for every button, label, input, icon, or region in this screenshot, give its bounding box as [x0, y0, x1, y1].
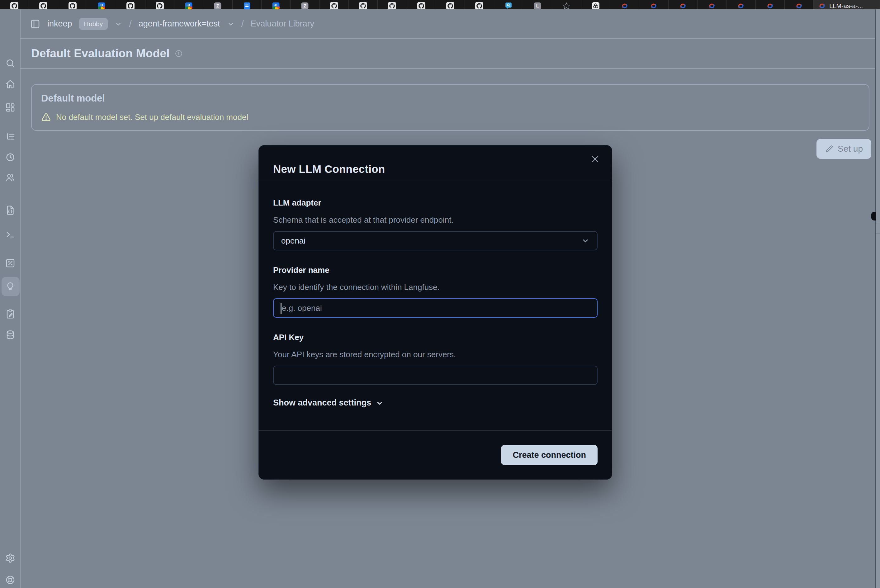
info-icon[interactable]	[175, 50, 183, 58]
llm-adapter-label: LLM adapter	[273, 198, 598, 208]
sidebar-rail	[0, 9, 21, 588]
chevron-down-icon[interactable]	[115, 20, 122, 28]
browser-tab-github[interactable]	[349, 0, 378, 9]
langfuse-favicon-icon	[649, 0, 658, 9]
provider-name-label: Provider name	[273, 266, 598, 275]
sidebar-item-datasets[interactable]	[0, 325, 21, 345]
scroll-notch	[871, 212, 876, 220]
browser-tab-star[interactable]	[552, 0, 581, 9]
home-icon	[5, 79, 15, 89]
breadcrumb-project[interactable]: agent-framework=test	[139, 19, 220, 28]
browser-tab-github[interactable]	[436, 0, 465, 9]
chevron-down-icon[interactable]	[227, 20, 234, 28]
sidebar-item-prompts[interactable]	[0, 200, 21, 220]
langfuse-favicon-icon	[679, 0, 687, 9]
api-key-input[interactable]	[273, 366, 598, 385]
browser-tab-linear[interactable]: L	[523, 0, 552, 9]
breadcrumb-org[interactable]: inkeep	[47, 19, 72, 28]
browser-tab-gcal[interactable]: 31	[174, 0, 203, 9]
browser-tab-langfuse[interactable]	[727, 0, 756, 9]
github-favicon-icon	[475, 0, 483, 9]
gdocs-favicon-icon	[243, 0, 251, 9]
github-favicon-icon	[126, 0, 135, 9]
advanced-settings-toggle[interactable]: Show advanced settings	[273, 398, 598, 408]
dialog-body: LLM adapter Schema that is accepted at t…	[259, 180, 612, 408]
browser-tab-zapp[interactable]: Z	[291, 0, 319, 9]
browser-tab-gcal[interactable]: 31	[262, 0, 291, 9]
github-favicon-icon	[359, 0, 367, 9]
sidebar-item-search[interactable]	[0, 53, 21, 73]
text-cursor	[280, 303, 282, 314]
gcal-favicon-icon: 31	[272, 0, 280, 9]
github-favicon-icon	[39, 0, 47, 9]
api-key-label: API Key	[273, 333, 598, 342]
langfuse-favicon-icon	[621, 0, 629, 9]
openai-favicon-icon	[592, 0, 600, 9]
browser-tab-langfuse[interactable]	[785, 0, 814, 9]
browser-tab-active[interactable]: LLM-as-a-...	[814, 0, 880, 9]
browser-tab-github[interactable]	[58, 0, 87, 9]
sidebar-item-playground[interactable]	[0, 225, 21, 244]
default-model-card: Default model No default model set. Set …	[31, 84, 870, 131]
sidebar-item-evaluators[interactable]	[0, 276, 21, 297]
browser-tab-strip: 3131Z31ZLLLM-as-a-...	[0, 0, 880, 9]
langfuse-favicon-icon	[818, 0, 826, 9]
breadcrumb-separator: /	[129, 19, 131, 29]
sidebar-item-scores[interactable]	[0, 253, 21, 273]
svg-text:Z: Z	[304, 3, 306, 8]
browser-tab-github[interactable]	[320, 0, 349, 9]
browser-tab-langfuse[interactable]	[639, 0, 668, 9]
sidebar-toggle-icon[interactable]	[30, 19, 40, 29]
browser-tab-github[interactable]	[407, 0, 436, 9]
browser-tab-github[interactable]	[0, 0, 29, 9]
browser-tab-openai[interactable]	[582, 0, 610, 9]
sidebar-item-sessions[interactable]	[0, 147, 21, 167]
provider-name-input[interactable]: e.g. openai	[273, 298, 598, 318]
browser-tab-github[interactable]	[29, 0, 58, 9]
browser-tab-zapp[interactable]: Z	[203, 0, 232, 9]
close-icon[interactable]	[589, 153, 601, 165]
github-favicon-icon	[388, 0, 396, 9]
svg-text:31: 31	[274, 3, 278, 7]
svg-text:Z: Z	[216, 3, 219, 8]
sidebar-item-settings[interactable]	[0, 548, 21, 568]
chevron-down-icon	[376, 399, 384, 407]
langfuse-favicon-icon	[766, 0, 774, 9]
browser-tab-langfuse[interactable]	[610, 0, 639, 9]
browser-tab-gcal[interactable]: 31	[87, 0, 116, 9]
edge-line	[876, 233, 880, 234]
sidebar-item-support[interactable]	[0, 570, 21, 588]
scrollbar-track[interactable]	[875, 9, 880, 588]
star-favicon-icon	[562, 0, 570, 9]
advanced-settings-label: Show advanced settings	[273, 398, 371, 408]
browser-tab-langfuse[interactable]	[697, 0, 727, 9]
database-icon	[5, 330, 15, 340]
clipboard-pen-icon	[5, 309, 15, 319]
sidebar-item-dashboards[interactable]	[0, 98, 21, 117]
sidebar-item-annotation[interactable]	[0, 304, 21, 324]
sidebar-item-tracing[interactable]	[0, 127, 21, 147]
llm-adapter-select[interactable]: openai	[273, 231, 598, 250]
browser-tab-github[interactable]	[378, 0, 407, 9]
set-up-button[interactable]: Set up	[817, 139, 871, 159]
browser-tab-github[interactable]	[116, 0, 145, 9]
square-percent-icon	[5, 258, 15, 268]
browser-tab-langfuse[interactable]	[669, 0, 697, 9]
svg-text:31: 31	[187, 3, 190, 7]
browser-tab-langfuse[interactable]	[756, 0, 785, 9]
browser-tab-github[interactable]	[145, 0, 174, 9]
create-connection-button[interactable]: Create connection	[501, 445, 598, 465]
llm-adapter-value: openai	[281, 236, 306, 246]
browser-tab-gdocs[interactable]	[232, 0, 262, 9]
lightbulb-icon	[5, 282, 15, 291]
sidebar-item-users[interactable]	[0, 168, 21, 188]
page-title: Default Evaluation Model	[31, 47, 170, 60]
file-json-icon	[5, 205, 15, 215]
sidebar-item-home[interactable]	[0, 74, 21, 94]
browser-tab-bluechat[interactable]	[494, 0, 523, 9]
edge-line	[876, 224, 880, 224]
browser-tab-github[interactable]	[465, 0, 494, 9]
dialog-title: New LLM Connection	[273, 163, 385, 176]
llm-adapter-description: Schema that is accepted at that provider…	[273, 215, 598, 225]
breadcrumb-page: Evaluator Library	[251, 19, 314, 28]
